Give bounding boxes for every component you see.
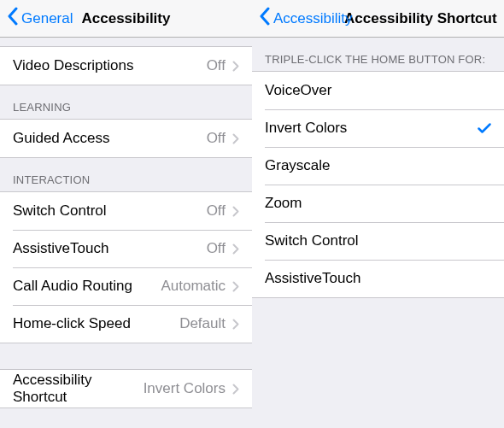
section-header-tripleclick: TRIPLE-CLICK THE HOME BUTTON FOR: <box>252 38 504 71</box>
chevron-right-icon <box>232 61 239 72</box>
option-switch-control[interactable]: Switch Control <box>252 222 504 260</box>
check-icon <box>478 122 491 134</box>
chevron-right-icon <box>232 384 239 395</box>
navbar: General Accessibility <box>0 0 252 38</box>
row-home-click-speed[interactable]: Home-click Speed Default <box>0 305 252 343</box>
row-label: AssistiveTouch <box>13 240 207 257</box>
row-call-audio-routing[interactable]: Call Audio Routing Automatic <box>0 267 252 305</box>
chevron-right-icon <box>232 133 239 144</box>
accessibility-shortcut-screen: Accessibility Accessibility Shortcut TRI… <box>252 0 504 428</box>
row-label: Switch Control <box>13 202 207 220</box>
row-label: Video Descriptions <box>13 57 207 74</box>
back-label: Accessibility <box>273 10 353 27</box>
back-button[interactable]: General <box>7 7 73 30</box>
option-label: Zoom <box>265 195 491 212</box>
row-value: Automatic <box>161 278 226 295</box>
row-value: Off <box>207 57 226 74</box>
section-header-interaction: INTERACTION <box>0 158 252 191</box>
option-label: VoiceOver <box>265 82 491 99</box>
accessibility-screen: General Accessibility Video Descriptions… <box>0 0 252 428</box>
row-label: Guided Access <box>13 130 207 147</box>
option-grayscale[interactable]: Grayscale <box>252 147 504 185</box>
option-label: AssistiveTouch <box>265 270 491 287</box>
option-invert-colors[interactable]: Invert Colors <box>252 109 504 147</box>
row-guided-access[interactable]: Guided Access Off <box>0 120 252 157</box>
group-learning: Guided Access Off <box>0 119 252 158</box>
option-label: Grayscale <box>265 157 491 174</box>
navbar: Accessibility Accessibility Shortcut <box>252 0 504 38</box>
option-zoom[interactable]: Zoom <box>252 185 504 222</box>
row-value: Invert Colors <box>144 380 226 397</box>
row-value: Off <box>207 130 226 147</box>
group-options: VoiceOver Invert Colors Grayscale Zoom S… <box>252 71 504 298</box>
option-label: Switch Control <box>265 232 491 249</box>
row-label: Accessibility Shortcut <box>13 372 144 406</box>
row-label: Call Audio Routing <box>13 278 161 295</box>
row-value: Off <box>207 240 226 257</box>
section-header-learning: LEARNING <box>0 85 252 119</box>
chevron-right-icon <box>232 281 239 292</box>
chevron-left-icon <box>7 7 21 30</box>
row-switch-control[interactable]: Switch Control Off <box>0 192 252 230</box>
chevron-right-icon <box>232 319 239 330</box>
back-label: General <box>21 10 73 27</box>
row-assistive-touch[interactable]: AssistiveTouch Off <box>0 230 252 267</box>
row-value: Default <box>179 315 226 332</box>
row-accessibility-shortcut[interactable]: Accessibility Shortcut Invert Colors <box>0 370 252 407</box>
option-assistive-touch[interactable]: AssistiveTouch <box>252 260 504 297</box>
group-video: Video Descriptions Off <box>0 46 252 85</box>
chevron-left-icon <box>259 7 273 30</box>
row-video-descriptions[interactable]: Video Descriptions Off <box>0 47 252 85</box>
option-voiceover[interactable]: VoiceOver <box>252 72 504 109</box>
chevron-right-icon <box>232 243 239 255</box>
back-button[interactable]: Accessibility <box>259 7 353 30</box>
chevron-right-icon <box>232 206 239 217</box>
row-value: Off <box>207 202 226 220</box>
group-shortcut: Accessibility Shortcut Invert Colors <box>0 369 252 408</box>
row-label: Home-click Speed <box>13 315 179 332</box>
option-label: Invert Colors <box>265 120 478 137</box>
group-interaction: Switch Control Off AssistiveTouch Off Ca… <box>0 191 252 343</box>
